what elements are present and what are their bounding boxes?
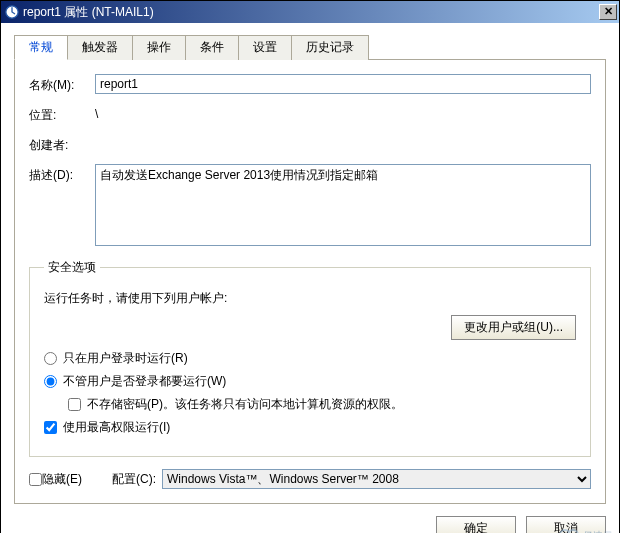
close-button[interactable]: ✕ — [599, 4, 617, 20]
name-input[interactable] — [95, 74, 591, 94]
run-regardless-label: 不管用户是否登录都要运行(W) — [63, 373, 226, 390]
run-as-prompt: 运行任务时，请使用下列用户帐户: — [44, 286, 576, 315]
tab-settings[interactable]: 设置 — [238, 35, 292, 60]
highest-priv-checkbox[interactable] — [44, 421, 57, 434]
tab-history[interactable]: 历史记录 — [291, 35, 369, 60]
security-legend: 安全选项 — [44, 259, 100, 276]
titlebar: report1 属性 (NT-MAIL1) ✕ — [1, 1, 619, 23]
author-value — [95, 134, 591, 137]
hidden-label: 隐藏(E) — [42, 471, 82, 488]
window-icon — [5, 5, 19, 19]
ok-button[interactable]: 确定 — [436, 516, 516, 533]
change-user-button[interactable]: 更改用户或组(U)... — [451, 315, 576, 340]
name-label: 名称(M): — [29, 74, 95, 94]
author-label: 创建者: — [29, 134, 95, 154]
highest-priv-label: 使用最高权限运行(I) — [63, 419, 170, 436]
tab-triggers[interactable]: 触发器 — [67, 35, 133, 60]
bottom-row: 隐藏(E) 配置(C): Windows Vista™、Windows Serv… — [29, 469, 591, 489]
description-input[interactable] — [95, 164, 591, 246]
only-logged-on-radio[interactable] — [44, 352, 57, 365]
configure-select[interactable]: Windows Vista™、Windows Server™ 2008 — [162, 469, 591, 489]
only-logged-on-label: 只在用户登录时运行(R) — [63, 350, 188, 367]
tab-strip: 常规 触发器 操作 条件 设置 历史记录 — [14, 34, 606, 60]
no-store-password-checkbox[interactable] — [68, 398, 81, 411]
watermark: 亿速云 — [557, 525, 613, 533]
dialog-buttons: 确定 取消 — [14, 516, 606, 533]
tab-panel-general: 名称(M): 位置: \ 创建者: 描述(D): 安全选项 运行任务时，请使用下… — [14, 60, 606, 504]
hidden-checkbox[interactable] — [29, 473, 42, 486]
tab-actions[interactable]: 操作 — [132, 35, 186, 60]
window-title: report1 属性 (NT-MAIL1) — [23, 4, 599, 21]
description-label: 描述(D): — [29, 164, 95, 184]
task-properties-window: report1 属性 (NT-MAIL1) ✕ 常规 触发器 操作 条件 设置 … — [0, 0, 620, 533]
window-content: 常规 触发器 操作 条件 设置 历史记录 名称(M): 位置: \ 创建者: 描… — [1, 23, 619, 533]
no-store-password-label: 不存储密码(P)。该任务将只有访问本地计算机资源的权限。 — [87, 396, 403, 413]
tab-conditions[interactable]: 条件 — [185, 35, 239, 60]
tab-general[interactable]: 常规 — [14, 35, 68, 60]
location-value: \ — [95, 104, 591, 121]
security-options-group: 安全选项 运行任务时，请使用下列用户帐户: 更改用户或组(U)... 只在用户登… — [29, 259, 591, 457]
configure-label: 配置(C): — [112, 471, 156, 488]
run-regardless-radio[interactable] — [44, 375, 57, 388]
location-label: 位置: — [29, 104, 95, 124]
